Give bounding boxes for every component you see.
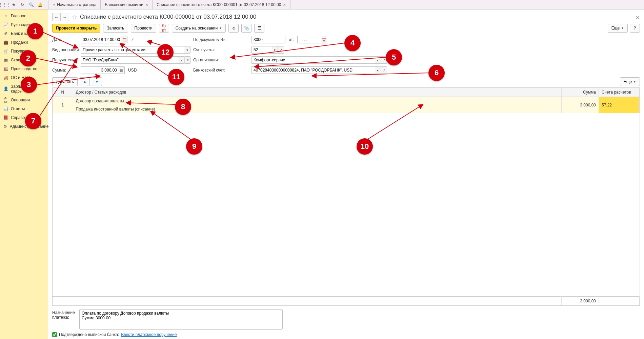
open-icon[interactable]: ↗	[278, 46, 284, 54]
tab-doc-label: Списание с расчетного счета КС00-000001 …	[157, 2, 281, 7]
more-button[interactable]: Еще ▼	[608, 24, 628, 33]
org-label: Организация:	[193, 58, 249, 62]
cell-acc[interactable]: 57.22	[599, 97, 640, 114]
doc-no-input[interactable]	[251, 36, 285, 43]
op-input[interactable]	[81, 46, 184, 54]
table-row[interactable]: Продажа иностранной валюты (списание)	[53, 105, 640, 113]
close-doc-icon[interactable]: ×	[636, 14, 639, 21]
factory-icon: 🏭	[3, 66, 8, 71]
cell-contract[interactable]: Договор продажи валюты	[73, 97, 562, 105]
tab-doc[interactable]: Списание с расчетного счета КС00-000001 …	[153, 0, 290, 9]
sidebar-item-operations[interactable]: ДтКтОперации	[0, 96, 48, 104]
bell-icon[interactable]: 🔔	[37, 2, 43, 7]
chevron-down-icon[interactable]: ▾	[272, 46, 278, 54]
hamburger-icon: ≡	[3, 14, 8, 18]
structure-icon-button[interactable]: ⎋	[228, 24, 239, 33]
sidebar-item-label: Главное	[11, 14, 26, 18]
sidebar-item-salary[interactable]: 👤Зарплата и кадры	[0, 82, 48, 96]
cell-sum[interactable]: 3 000,00	[562, 97, 599, 114]
sidebar-item-label: Администрирование	[10, 124, 48, 129]
bank-acct-label: Банковский счет:	[193, 68, 249, 73]
calendar-icon[interactable]: 📅	[121, 36, 127, 43]
sum-input[interactable]	[81, 66, 119, 74]
bar-chart-icon: 📊	[3, 106, 8, 111]
post-and-close-button[interactable]: Провести и закрыть	[52, 24, 100, 33]
col-contract: Договор / Статья расходов	[73, 88, 562, 97]
acct-input[interactable]	[251, 46, 272, 54]
button-label: Еще	[611, 26, 620, 31]
app-topbar: ⋮⋮⋮ ★ ↻ 🔍 🔔 ⌂ Начальная страница Банковс…	[0, 0, 644, 9]
sidebar-item-label: Руководителю	[11, 22, 38, 27]
sidebar-item-assets[interactable]: 🚚ОС и НМА	[0, 73, 48, 82]
search-icon[interactable]: 🔍	[28, 2, 34, 7]
dtkt-icon-button[interactable]: ДтКт	[159, 24, 169, 33]
date-label: Дата:	[52, 37, 78, 42]
favorite-star-icon[interactable]: ☆	[72, 13, 77, 21]
payee-input[interactable]	[81, 56, 178, 64]
payee-label: Получатель:	[52, 58, 78, 62]
table-more-button[interactable]: Еще ▼	[620, 77, 640, 86]
chevron-down-icon[interactable]: ▾	[375, 56, 381, 64]
purpose-textarea[interactable]	[79, 309, 283, 330]
org-input[interactable]	[251, 56, 375, 64]
chevron-down-icon[interactable]: ▾	[178, 56, 184, 64]
list-icon-button[interactable]: ☰	[254, 24, 264, 33]
main-content: × ← → ☆ Списание с расчетного счета КС00…	[48, 9, 644, 339]
cell-expense[interactable]: Продажа иностранной валюты (списание)	[73, 105, 562, 113]
save-button[interactable]: Записать	[103, 24, 128, 33]
sidebar-item-catalogs[interactable]: 📕Справочники	[0, 113, 48, 122]
forward-button[interactable]: →	[61, 13, 69, 21]
sidebar-item-label: Зарплата и кадры	[11, 84, 44, 94]
sidebar-item-manager[interactable]: 📈Руководителю	[0, 20, 48, 29]
close-icon[interactable]: ×	[283, 2, 286, 7]
move-down-button[interactable]: ▼	[92, 77, 102, 86]
sidebar-item-sales[interactable]: 💼Продажи	[0, 38, 48, 47]
sidebar-item-main[interactable]: ≡Главное	[0, 12, 48, 20]
tab-bank[interactable]: Банковские выписки ×	[101, 0, 153, 9]
sidebar-item-label: Покупки	[11, 49, 26, 54]
grid-apps-icon[interactable]: ⋮⋮⋮	[2, 2, 7, 7]
tab-home[interactable]: ⌂ Начальная страница	[48, 0, 101, 9]
close-icon[interactable]: ×	[145, 2, 148, 7]
acct-label: Счет учета:	[193, 47, 249, 52]
home-icon: ⌂	[53, 2, 55, 7]
sidebar-item-warehouse[interactable]: ▦Склад	[0, 56, 48, 64]
chevron-down-icon[interactable]: ▾	[184, 46, 190, 54]
table-footer: 3 000,00	[53, 297, 640, 306]
date-input[interactable]	[81, 36, 121, 43]
book-icon: 📕	[3, 115, 8, 120]
sidebar-item-purchases[interactable]: 🛒Покупки	[0, 47, 48, 56]
help-button[interactable]: ?	[630, 24, 640, 33]
calc-icon[interactable]: ▦	[119, 66, 125, 74]
from-date-input[interactable]	[297, 36, 321, 43]
col-n: N	[53, 88, 73, 97]
chevron-down-icon[interactable]: ▾	[375, 66, 381, 74]
calendar-icon[interactable]: 📅	[321, 36, 327, 43]
sidebar-item-production[interactable]: 🏭Производство	[0, 64, 48, 73]
op-label: Вид операции:	[52, 47, 78, 52]
open-icon[interactable]: ↗	[381, 66, 387, 74]
sidebar-item-bank[interactable]: ₽Банк и касса	[0, 29, 48, 38]
post-button[interactable]: Провести	[131, 24, 156, 33]
add-row-button[interactable]: Добавить	[52, 77, 78, 86]
star-icon[interactable]: ★	[11, 2, 16, 7]
bank-acct-input[interactable]	[251, 66, 375, 74]
sidebar-item-label: Склад	[11, 58, 23, 62]
sidebar-item-reports[interactable]: 📊Отчеты	[0, 104, 48, 113]
col-sum: Сумма	[562, 88, 599, 97]
enter-payment-link[interactable]: Ввести платежное поручение	[121, 332, 177, 337]
create-on-basis-button[interactable]: Создать на основании ▼	[172, 24, 226, 33]
sidebar-item-label: Справочники	[11, 115, 36, 120]
person-icon: 👤	[3, 86, 8, 91]
move-up-button[interactable]: ▲	[80, 77, 90, 86]
open-icon[interactable]: ↗	[184, 56, 190, 64]
confirmed-checkbox[interactable]	[52, 332, 57, 337]
attach-icon-button[interactable]: 📎	[241, 24, 251, 33]
history-icon[interactable]: ↻	[20, 2, 25, 7]
sidebar-item-admin[interactable]: ⚙Администрирование	[0, 122, 48, 131]
open-icon[interactable]: ↗	[381, 56, 387, 64]
purpose-label: Назначение платежа:	[52, 309, 77, 320]
back-button[interactable]: ←	[53, 13, 61, 21]
button-label: Создать на основании	[176, 26, 218, 31]
table-row[interactable]: 1 Договор продажи валюты 3 000,00 57.22	[53, 97, 640, 105]
